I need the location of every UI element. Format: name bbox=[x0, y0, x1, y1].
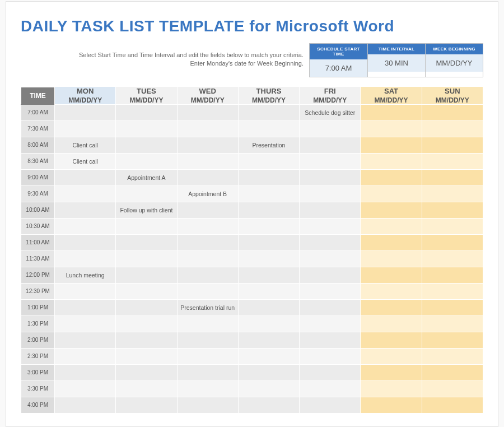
task-cell[interactable] bbox=[238, 332, 299, 348]
task-cell[interactable] bbox=[300, 250, 361, 267]
task-cell[interactable] bbox=[422, 234, 483, 250]
task-cell[interactable] bbox=[177, 283, 238, 299]
task-cell[interactable] bbox=[361, 364, 422, 380]
task-cell[interactable] bbox=[116, 397, 177, 413]
task-cell[interactable] bbox=[238, 104, 299, 120]
task-cell[interactable] bbox=[300, 120, 361, 137]
task-cell[interactable] bbox=[55, 234, 116, 250]
task-cell[interactable] bbox=[422, 380, 483, 397]
task-cell[interactable] bbox=[55, 364, 116, 380]
task-cell[interactable] bbox=[422, 397, 483, 413]
task-cell[interactable] bbox=[177, 202, 238, 218]
task-cell[interactable] bbox=[361, 380, 422, 397]
task-cell[interactable] bbox=[177, 120, 238, 137]
task-cell[interactable] bbox=[238, 250, 299, 267]
task-cell[interactable] bbox=[116, 120, 177, 137]
task-cell[interactable] bbox=[300, 315, 361, 332]
day-date[interactable]: MM/DD/YY bbox=[178, 96, 238, 104]
task-cell[interactable] bbox=[55, 299, 116, 315]
task-cell[interactable] bbox=[116, 250, 177, 267]
task-cell[interactable] bbox=[422, 348, 483, 364]
task-cell[interactable] bbox=[361, 185, 422, 202]
task-cell[interactable] bbox=[238, 283, 299, 299]
task-cell[interactable] bbox=[238, 234, 299, 250]
task-cell[interactable] bbox=[300, 169, 361, 185]
task-cell[interactable] bbox=[361, 283, 422, 299]
task-cell[interactable] bbox=[361, 267, 422, 283]
task-cell[interactable] bbox=[55, 202, 116, 218]
task-cell[interactable]: Client call bbox=[55, 153, 116, 169]
task-cell[interactable] bbox=[55, 348, 116, 364]
task-cell[interactable] bbox=[55, 380, 116, 397]
task-cell[interactable] bbox=[177, 218, 238, 234]
task-cell[interactable] bbox=[55, 250, 116, 267]
task-cell[interactable] bbox=[422, 332, 483, 348]
task-cell[interactable] bbox=[55, 104, 116, 120]
task-cell[interactable]: Follow up with client bbox=[116, 202, 177, 218]
task-cell[interactable] bbox=[116, 299, 177, 315]
task-cell[interactable] bbox=[361, 299, 422, 315]
task-cell[interactable] bbox=[116, 364, 177, 380]
task-cell[interactable] bbox=[300, 234, 361, 250]
task-cell[interactable] bbox=[116, 315, 177, 332]
task-cell[interactable] bbox=[238, 185, 299, 202]
task-cell[interactable] bbox=[116, 267, 177, 283]
task-cell[interactable] bbox=[300, 397, 361, 413]
task-cell[interactable] bbox=[177, 250, 238, 267]
task-cell[interactable] bbox=[422, 104, 483, 120]
task-cell[interactable] bbox=[238, 299, 299, 315]
task-cell[interactable] bbox=[300, 185, 361, 202]
task-cell[interactable]: Schedule dog sitter bbox=[300, 104, 361, 120]
task-cell[interactable] bbox=[55, 397, 116, 413]
task-cell[interactable] bbox=[177, 104, 238, 120]
day-date[interactable]: MM/DD/YY bbox=[116, 96, 176, 104]
task-cell[interactable] bbox=[55, 185, 116, 202]
task-cell[interactable] bbox=[177, 267, 238, 283]
task-cell[interactable]: Appointment A bbox=[116, 169, 177, 185]
task-cell[interactable] bbox=[238, 120, 299, 137]
task-cell[interactable] bbox=[422, 364, 483, 380]
task-cell[interactable] bbox=[177, 153, 238, 169]
task-cell[interactable] bbox=[238, 169, 299, 185]
task-cell[interactable] bbox=[177, 234, 238, 250]
day-date[interactable]: MM/DD/YY bbox=[422, 96, 483, 104]
task-cell[interactable] bbox=[55, 315, 116, 332]
task-cell[interactable] bbox=[177, 364, 238, 380]
task-cell[interactable] bbox=[361, 153, 422, 169]
task-cell[interactable]: Presentation bbox=[238, 137, 299, 153]
day-date[interactable]: MM/DD/YY bbox=[300, 96, 360, 104]
task-cell[interactable] bbox=[422, 299, 483, 315]
task-cell[interactable] bbox=[55, 283, 116, 299]
task-cell[interactable] bbox=[177, 315, 238, 332]
task-cell[interactable] bbox=[361, 104, 422, 120]
task-cell[interactable] bbox=[300, 137, 361, 153]
task-cell[interactable] bbox=[422, 185, 483, 202]
task-cell[interactable] bbox=[361, 137, 422, 153]
task-cell[interactable] bbox=[238, 380, 299, 397]
task-cell[interactable] bbox=[55, 169, 116, 185]
setting-value[interactable]: MM/DD/YY bbox=[426, 54, 483, 72]
task-cell[interactable] bbox=[300, 283, 361, 299]
task-cell[interactable] bbox=[55, 218, 116, 234]
day-date[interactable]: MM/DD/YY bbox=[361, 96, 421, 104]
task-cell[interactable] bbox=[300, 364, 361, 380]
task-cell[interactable] bbox=[300, 218, 361, 234]
task-cell[interactable] bbox=[116, 185, 177, 202]
task-cell[interactable] bbox=[300, 348, 361, 364]
task-cell[interactable]: Lunch meeting bbox=[55, 267, 116, 283]
task-cell[interactable] bbox=[361, 332, 422, 348]
task-cell[interactable] bbox=[116, 283, 177, 299]
task-cell[interactable] bbox=[422, 169, 483, 185]
task-cell[interactable] bbox=[177, 169, 238, 185]
task-cell[interactable] bbox=[422, 315, 483, 332]
task-cell[interactable] bbox=[116, 380, 177, 397]
task-cell[interactable] bbox=[361, 218, 422, 234]
task-cell[interactable] bbox=[116, 234, 177, 250]
task-cell[interactable]: Appointment B bbox=[177, 185, 238, 202]
task-cell[interactable] bbox=[116, 218, 177, 234]
task-cell[interactable] bbox=[177, 332, 238, 348]
task-cell[interactable] bbox=[238, 364, 299, 380]
task-cell[interactable] bbox=[422, 283, 483, 299]
task-cell[interactable] bbox=[422, 250, 483, 267]
task-cell[interactable] bbox=[238, 397, 299, 413]
